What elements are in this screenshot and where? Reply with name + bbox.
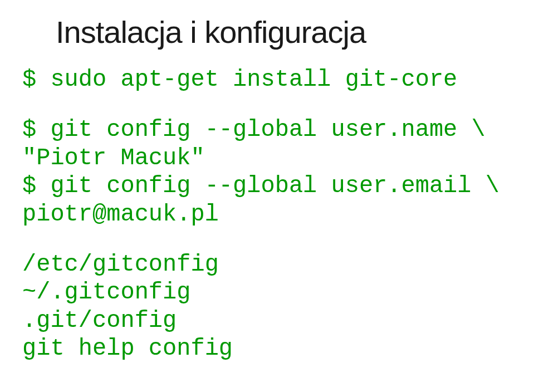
code-line: ~/.gitconfig [22,278,512,306]
code-line: "Piotr Macuk" [22,144,512,172]
code-line: piotr@macuk.pl [22,200,512,228]
code-line: .git/config [22,307,512,335]
code-line: /etc/gitconfig [22,251,512,278]
code-line: git help config [22,335,512,362]
code-block-install: $ sudo apt-get install git-core [22,66,512,94]
slide-title: Instalacja i konfiguracja [56,14,512,50]
code-block-config: $ git config --global user.name \ "Piotr… [22,116,512,228]
code-line: $ sudo apt-get install git-core [22,66,512,94]
code-block-paths: /etc/gitconfig ~/.gitconfig .git/config … [22,251,512,363]
code-line: $ git config --global user.email \ [22,172,512,200]
code-line: $ git config --global user.name \ [22,116,512,144]
